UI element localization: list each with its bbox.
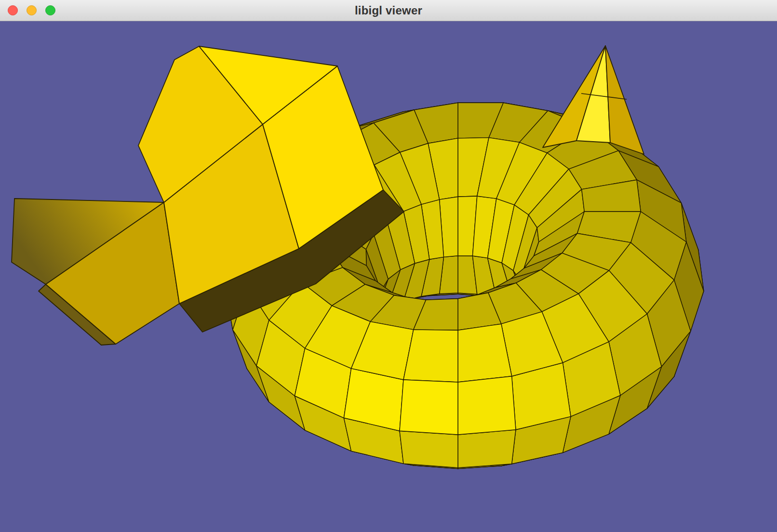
mesh-quad <box>458 376 516 435</box>
mesh-facet <box>605 46 644 154</box>
minimize-button[interactable] <box>27 5 37 15</box>
mesh-quad <box>403 330 458 382</box>
mesh-quad <box>400 380 458 435</box>
mesh-quad <box>400 431 458 467</box>
mesh-quad <box>458 430 516 468</box>
mesh-horn-facets <box>543 46 644 154</box>
viewer-viewport[interactable] <box>0 21 777 532</box>
close-button[interactable] <box>8 5 18 15</box>
window-titlebar[interactable]: libigl viewer <box>0 0 777 21</box>
window-title: libigl viewer <box>0 4 777 17</box>
libigl-viewer-window: libigl viewer <box>0 0 777 532</box>
zoom-button[interactable] <box>45 5 55 15</box>
mesh-scene <box>0 21 777 532</box>
window-controls <box>0 5 55 15</box>
